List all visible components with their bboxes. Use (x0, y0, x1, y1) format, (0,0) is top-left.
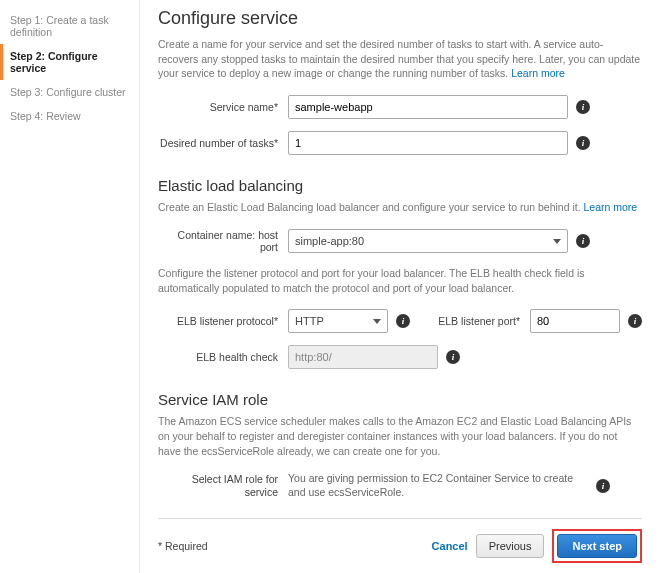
iam-role-label: Select IAM role for service (158, 473, 288, 498)
main-content: Configure service Create a name for your… (140, 0, 660, 573)
step-1[interactable]: Step 1: Create a task definition (0, 8, 139, 44)
previous-button[interactable]: Previous (476, 534, 545, 558)
iam-heading: Service IAM role (158, 391, 642, 408)
elb-health-input (288, 345, 438, 369)
section1-description: Create a name for your service and set t… (158, 37, 642, 81)
info-icon[interactable]: i (446, 350, 460, 364)
wizard-sidebar: Step 1: Create a task definition Step 2:… (0, 0, 140, 573)
elb-heading: Elastic load balancing (158, 177, 642, 194)
info-icon[interactable]: i (396, 314, 410, 328)
cancel-button[interactable]: Cancel (432, 540, 468, 552)
service-name-label: Service name* (158, 101, 288, 114)
container-port-select[interactable]: simple-app:80 (288, 229, 568, 253)
learn-more-link[interactable]: Learn more (511, 67, 565, 79)
elb-port-input[interactable] (530, 309, 620, 333)
info-icon[interactable]: i (576, 100, 590, 114)
container-port-label: Container name: host port (158, 229, 288, 254)
iam-description: The Amazon ECS service scheduler makes c… (158, 414, 642, 458)
desired-tasks-label: Desired number of tasks* (158, 137, 288, 150)
elb-description: Create an Elastic Load Balancing load ba… (158, 200, 642, 215)
page-title: Configure service (158, 8, 642, 29)
iam-role-text: You are giving permission to EC2 Contain… (288, 472, 588, 499)
chevron-down-icon (373, 319, 381, 324)
info-icon[interactable]: i (576, 136, 590, 150)
divider (158, 518, 642, 519)
info-icon[interactable]: i (628, 314, 642, 328)
elb-port-label: ELB listener port* (420, 315, 530, 328)
elb-health-label: ELB health check (158, 351, 288, 364)
highlight-annotation: Next step (552, 529, 642, 563)
elb-protocol-label: ELB listener protocol* (158, 315, 288, 328)
required-note: * Required (158, 540, 208, 552)
learn-more-link[interactable]: Learn more (584, 201, 638, 213)
next-step-button[interactable]: Next step (557, 534, 637, 558)
chevron-down-icon (553, 239, 561, 244)
listener-description: Configure the listener protocol and port… (158, 266, 642, 295)
step-4[interactable]: Step 4: Review (0, 104, 139, 128)
elb-protocol-select[interactable]: HTTP (288, 309, 388, 333)
step-3[interactable]: Step 3: Configure cluster (0, 80, 139, 104)
desired-tasks-input[interactable] (288, 131, 568, 155)
info-icon[interactable]: i (576, 234, 590, 248)
info-icon[interactable]: i (596, 479, 610, 493)
service-name-input[interactable] (288, 95, 568, 119)
step-2[interactable]: Step 2: Configure service (0, 44, 139, 80)
